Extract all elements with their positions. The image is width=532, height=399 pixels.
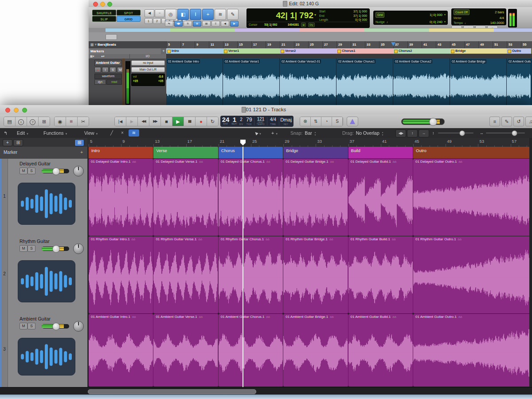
pt-clip[interactable]: 02 Ambient Guitar Verse1	[223, 59, 280, 105]
zoom-left-icon[interactable]: ◀	[145, 9, 154, 17]
timeline-insertion-chip[interactable]: ⊞	[301, 23, 306, 27]
pt-small-button-6[interactable]: ◀	[221, 21, 229, 27]
pt-marker-verse2[interactable]: Verse2	[280, 48, 337, 54]
editors-button[interactable]: ✂	[78, 117, 89, 126]
play-button[interactable]: ▶	[172, 117, 184, 126]
marker-verse[interactable]: Verse	[153, 147, 218, 158]
pt-clip[interactable]: 02 Ambient Guitar Chorus1	[336, 59, 393, 105]
automation-icon[interactable]: ╱	[106, 129, 117, 137]
marker-lane[interactable]: IntroVerseChorusBridgeBuildOutro	[87, 147, 532, 159]
track-header-config-button[interactable]: ⊞	[74, 139, 84, 146]
note-pads-button[interactable]: ✎	[501, 117, 512, 126]
pt-bars-ruler[interactable]: ▦ ▾ Bars|Beats 5791113151719212325272931…	[89, 41, 532, 49]
pt-small-button-1[interactable]: ◀▶	[174, 21, 183, 27]
pt-mode-slip[interactable]: SLIP	[92, 16, 116, 22]
stepper-icon[interactable]: ▴▾	[382, 131, 383, 136]
pt-marker-bridge[interactable]: Bridge	[450, 48, 507, 54]
pt-zoom-preset-2[interactable]: 2	[153, 18, 161, 24]
marker-intro[interactable]: Intro	[89, 147, 153, 158]
pt-clip[interactable]: 02 Ambient Guitar Outro	[507, 59, 531, 105]
trim-tool-icon[interactable]: ◧	[177, 9, 189, 20]
pt-mode-spot[interactable]: SPOT	[117, 10, 141, 16]
sort-icon[interactable]: ●▾	[101, 55, 104, 58]
start-value[interactable]: 37| 1| 000	[353, 9, 367, 14]
grabber-tool-icon[interactable]: +	[202, 9, 214, 20]
mixer-button[interactable]: ≡	[66, 117, 78, 126]
region[interactable]: 01 Delayed Guitar Build.1⌂⌂	[348, 159, 413, 236]
horizontal-scrollbar[interactable]	[0, 387, 532, 395]
region[interactable]: 01 Delayed Guitar Chorus.1⌂⌂	[219, 159, 283, 236]
flex-icon[interactable]: ≋	[129, 129, 139, 137]
region[interactable]: 01 Rhythm Guitar Chorus.1⌂⌂	[219, 236, 283, 313]
view-menu[interactable]: View▼	[84, 128, 98, 139]
back-icon[interactable]: ↰	[4, 128, 8, 138]
pt-scroll-thumb[interactable]	[106, 34, 117, 40]
marker-track-header[interactable]: Marker +	[0, 147, 88, 159]
lcd-display[interactable]: 24BAR 1BEAT 2DIV 79TICK 121KEEPTEMPO 4/4…	[220, 116, 293, 127]
zoom-wave-icon[interactable]: ~	[155, 9, 164, 17]
list-editors-button[interactable]: ≡	[489, 117, 500, 126]
pt-mode-grid[interactable]: GRID	[117, 16, 141, 22]
zoom-button[interactable]	[107, 2, 112, 7]
vertical-zoom-knob[interactable]	[459, 130, 465, 136]
pt-track-header[interactable]: Ambient Guitar ●ISM waveform dyn read no…	[89, 59, 167, 105]
crossfade-icon[interactable]: ×	[117, 129, 128, 137]
replace-button[interactable]: ⊗	[300, 117, 311, 126]
solo-button[interactable]: S	[27, 245, 35, 252]
pan-knob[interactable]	[73, 166, 84, 176]
pt-marker-chorus1[interactable]: Chorus1	[336, 48, 394, 54]
pt-small-button-4[interactable]: ▤	[202, 21, 211, 27]
pt-automation-mode[interactable]: read	[106, 79, 122, 85]
grid-value[interactable]: 1| 0| 000	[430, 12, 442, 17]
pt-markers-row[interactable]: Markers + IntroVerse1Verse2Chorus1Chorus…	[89, 48, 532, 55]
pt-clip[interactable]: 02 Ambient Guitar Bridge	[450, 59, 507, 105]
cycle-button[interactable]: ↻	[207, 117, 218, 126]
tuner-button[interactable]: ◔	[321, 117, 332, 126]
horizontal-zoom-slider[interactable]	[486, 133, 525, 133]
grid-label[interactable]: Grid	[376, 12, 384, 18]
pt-clip[interactable]: 02 Ambient Guitar Verse2-01	[280, 59, 336, 105]
region[interactable]: 01 Rhythm Guitar Build.1⌂⌂	[348, 236, 413, 313]
track-volume-knob[interactable]	[52, 168, 60, 175]
toolbar-button[interactable]: ⊞	[39, 117, 50, 126]
region[interactable]: 01 Rhythm Guitar Intro.1⌂⌂	[89, 236, 153, 313]
pause-button[interactable]: ▮▮	[184, 117, 196, 126]
vertical-scrollbar[interactable]	[529, 138, 532, 387]
region[interactable]: 01 Delayed Guitar Intro.1⌂⌂	[89, 159, 153, 236]
pt-clip[interactable]: 02 Ambient Guitar Intro	[166, 59, 223, 105]
pt-mode-shuffle[interactable]: SHUFFLE	[92, 10, 116, 16]
count-off-label[interactable]: Count Off	[454, 9, 469, 15]
edit-menu[interactable]: Edit▼	[17, 128, 29, 139]
pt-main-counter[interactable]: 42| 1| 792 ▾ Start37| 1| 000 End37| 1| 0…	[246, 8, 370, 28]
solo-button[interactable]: S	[110, 67, 116, 73]
pt-scroll-zone[interactable]	[89, 32, 532, 42]
pan-knob[interactable]	[73, 243, 84, 254]
protools-titlebar[interactable]: Edit: 02 140 G	[89, 0, 532, 8]
pencil-tool-icon[interactable]: ✎	[227, 9, 239, 20]
solo-button[interactable]: S	[27, 168, 35, 174]
region[interactable]: 01 Rhythm Guitar Outro.1⌂⌂	[413, 236, 532, 313]
marker-chorus[interactable]: Chorus	[219, 147, 283, 158]
minimize-button[interactable]	[100, 2, 105, 7]
pt-volume-display[interactable]: vol-8.6 +35+35	[131, 74, 165, 86]
quick-help-button[interactable]: ?	[27, 117, 39, 126]
pan-knob[interactable]	[73, 321, 84, 332]
library-button[interactable]: ▤	[4, 117, 16, 126]
pointer-tool-menu[interactable]: ▶▼	[254, 128, 262, 139]
record-button[interactable]: ●	[196, 117, 207, 126]
pt-marker-outro[interactable]: Outro	[507, 48, 532, 54]
track-volume-knob[interactable]	[52, 323, 60, 330]
input-monitor-button[interactable]: I	[102, 67, 109, 73]
region[interactable]: 01 Delayed Guitar Verse.1⌂⌂	[153, 159, 218, 236]
pt-marker-chorus2[interactable]: Chorus2	[393, 48, 450, 54]
close-button[interactable]	[93, 2, 98, 7]
track-list-icon[interactable]: ▦▾	[90, 55, 94, 58]
master-volume-slider[interactable]	[401, 118, 445, 125]
horizontal-zoom-knob[interactable]	[512, 130, 517, 136]
bars-ruler[interactable]: 59131721252933374145495357	[87, 138, 532, 147]
autopunch-button[interactable]: ⇅	[311, 117, 321, 126]
meter-value[interactable]: 4/4	[500, 16, 504, 20]
tempo-value[interactable]: 140.0000	[490, 20, 504, 25]
pt-marker-intro[interactable]: Intro	[166, 48, 223, 54]
duplicate-track-button[interactable]: ⊞	[13, 139, 23, 146]
